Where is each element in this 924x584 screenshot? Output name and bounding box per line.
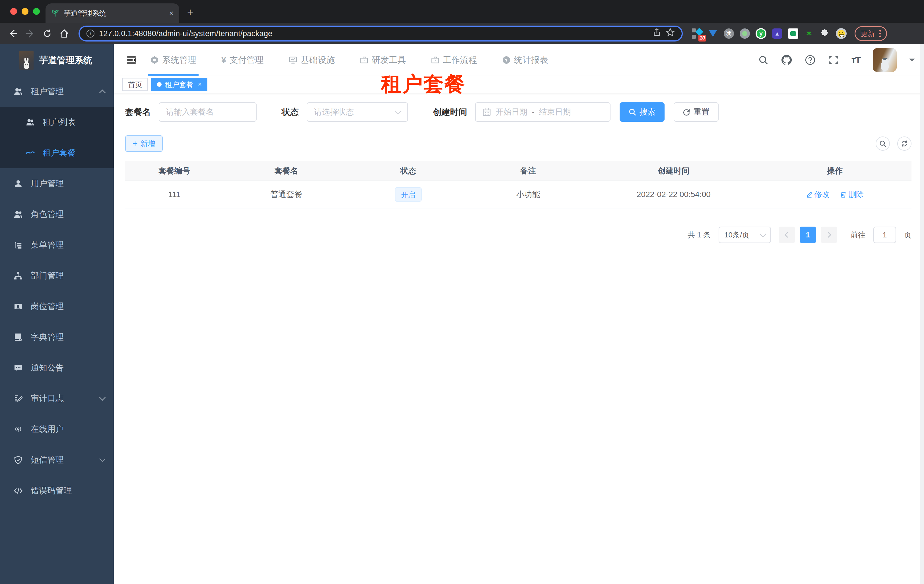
sitemap-icon	[14, 271, 23, 280]
sidebar-item-dict-management[interactable]: 字典管理	[0, 322, 114, 352]
users-icon	[14, 210, 23, 219]
reset-button[interactable]: 重置	[674, 102, 719, 122]
edit-link[interactable]: 修改	[806, 189, 830, 200]
status-badge[interactable]: 开启	[395, 188, 422, 202]
date-range-picker[interactable]: 开始日期 - 结束日期	[475, 102, 610, 122]
pagination-total: 共 1 条	[688, 230, 711, 240]
sidebar-item-audit-log[interactable]: 审计日志	[0, 383, 114, 414]
sidebar-item-sms-management[interactable]: 短信管理	[0, 445, 114, 475]
back-button[interactable]	[6, 26, 20, 41]
tab-close-icon[interactable]: ×	[169, 9, 173, 18]
cell-status: 开启	[349, 181, 467, 208]
gem-icon[interactable]	[708, 28, 718, 39]
command-icon[interactable]: ⌘	[724, 28, 734, 39]
col-remark: 备注	[467, 161, 589, 181]
tab-system-management[interactable]: 系统管理	[150, 44, 196, 76]
close-window-button[interactable]	[10, 8, 17, 15]
share-icon[interactable]	[653, 28, 661, 39]
prev-page-button[interactable]	[779, 227, 795, 243]
new-tab-button[interactable]: +	[187, 6, 193, 18]
user-avatar[interactable]	[873, 48, 897, 72]
star-ext-icon[interactable]: ✶	[804, 28, 814, 39]
site-info-icon[interactable]: i	[86, 30, 94, 38]
url-text[interactable]: 127.0.0.1:48080/admin-ui/system/tenant/p…	[99, 29, 648, 38]
tab-statistics-report[interactable]: 统计报表	[502, 44, 548, 76]
puzzle-icon[interactable]	[820, 28, 830, 39]
sidebar-item-role-management[interactable]: 角色管理	[0, 199, 114, 230]
package-name-input[interactable]	[159, 102, 257, 122]
minimize-window-button[interactable]	[21, 8, 28, 15]
plus-icon: +	[132, 139, 138, 148]
search-icon[interactable]	[758, 55, 768, 65]
home-button[interactable]	[57, 26, 72, 41]
gauge-icon	[502, 56, 511, 64]
users-icon	[26, 118, 35, 127]
add-button[interactable]: + 新增	[125, 135, 163, 152]
sidebar-item-label: 错误码管理	[31, 485, 105, 497]
window-controls[interactable]	[10, 8, 40, 15]
font-size-icon[interactable]: тT	[851, 55, 860, 66]
page-size-select[interactable]: 10条/页	[719, 227, 771, 243]
sidebar-item-tenant-list[interactable]: 租户列表	[0, 107, 114, 138]
status-select[interactable]: 请选择状态	[307, 102, 408, 122]
sidebar-item-notice[interactable]: 通知公告	[0, 352, 114, 383]
sidebar-item-label: 字典管理	[31, 332, 105, 343]
collapse-sidebar-icon[interactable]	[123, 51, 140, 69]
browser-update-button[interactable]: 更新	[855, 26, 887, 41]
page-suffix: 页	[904, 230, 911, 240]
sidebar-item-dept-management[interactable]: 部门管理	[0, 260, 114, 291]
shield-ext-icon[interactable]: ▲	[772, 28, 782, 39]
table-search-icon[interactable]	[876, 137, 890, 151]
sidebar: 芋道管理系统 租户管理 租户列表 租户套餐 用户管理	[0, 44, 114, 584]
table-header-row: 套餐编号 套餐名 状态 备注 创建时间 操作	[125, 161, 911, 181]
fullscreen-icon[interactable]	[828, 54, 839, 66]
sidebar-item-online-users[interactable]: 在线用户	[0, 414, 114, 445]
search-button[interactable]: 搜索	[620, 102, 665, 122]
forward-button[interactable]	[23, 26, 38, 41]
sidebar-item-post-management[interactable]: 岗位管理	[0, 291, 114, 322]
page-content: 套餐名 状态 请选择状态 创建时间 开始日期 - 结束日期	[114, 93, 924, 243]
close-tag-icon[interactable]: ×	[198, 81, 202, 88]
browser-menu-icon[interactable]	[879, 30, 881, 37]
tab-payment-management[interactable]: ¥ 支付管理	[221, 44, 264, 76]
delete-link[interactable]: 删除	[840, 189, 864, 200]
package-name-field[interactable]	[166, 107, 249, 117]
tab-title: 芋道管理系统	[64, 8, 165, 18]
chevron-down-icon[interactable]	[909, 59, 915, 64]
sidebar-item-user-management[interactable]: 用户管理	[0, 168, 114, 199]
chat-ext-icon[interactable]	[788, 28, 798, 39]
col-actions: 操作	[758, 161, 911, 181]
tab-infrastructure[interactable]: 基础设施	[289, 44, 335, 76]
y-circle-icon[interactable]: y	[756, 28, 766, 39]
start-date-placeholder[interactable]: 开始日期	[495, 107, 528, 117]
bookmark-star-icon[interactable]	[666, 28, 675, 39]
browser-tab[interactable]: 芋道管理系统 ×	[46, 3, 179, 23]
tag-tenant-package[interactable]: 租户套餐 ×	[151, 78, 207, 91]
nav-label: 统计报表	[514, 54, 548, 66]
cell-create-time: 2022-02-22 00:54:00	[589, 181, 758, 208]
briefcase-icon	[360, 56, 368, 64]
scrollbar[interactable]	[920, 44, 924, 584]
tags-view-bar: 首页 租户套餐 ×	[114, 76, 924, 93]
sidebar-item-tenant-management[interactable]: 租户管理	[0, 76, 114, 107]
next-page-button[interactable]	[821, 227, 837, 243]
reload-button[interactable]	[40, 26, 54, 41]
emoji-ext-icon[interactable]	[836, 28, 846, 39]
url-bar[interactable]: i 127.0.0.1:48080/admin-ui/system/tenant…	[79, 26, 683, 41]
sidebar-item-menu-management[interactable]: 菜单管理	[0, 230, 114, 260]
table-refresh-icon[interactable]	[897, 137, 911, 151]
goto-page-input[interactable]	[873, 227, 896, 243]
help-icon[interactable]	[805, 54, 816, 66]
sidebar-item-label: 用户管理	[31, 178, 105, 189]
github-icon[interactable]	[781, 54, 792, 66]
end-date-placeholder[interactable]: 结束日期	[539, 107, 571, 117]
sidebar-item-tenant-package[interactable]: 租户套餐	[0, 138, 114, 168]
blocker-icon[interactable]: 10	[692, 28, 702, 39]
recorder-icon[interactable]	[740, 28, 750, 39]
tag-home[interactable]: 首页	[122, 78, 148, 91]
sidebar-item-error-code[interactable]: 错误码管理	[0, 475, 114, 506]
sidebar-item-label: 通知公告	[31, 362, 105, 373]
message-icon	[14, 364, 23, 372]
maximize-window-button[interactable]	[33, 8, 40, 15]
current-page[interactable]: 1	[800, 227, 816, 243]
